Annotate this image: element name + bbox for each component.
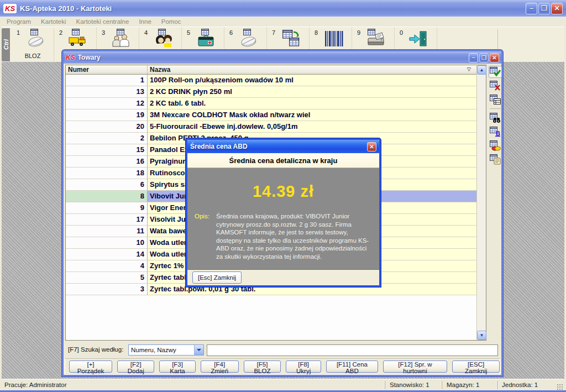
cell-nazwa: 5-Fluorouracil -Ebewe inj.dowlew. 0,05g/… [148, 121, 476, 133]
toolbar-button-1[interactable]: 1BLOZ [12, 27, 54, 62]
side-delete-icon[interactable] [489, 80, 502, 92]
side-notes-icon[interactable] [489, 153, 502, 165]
toolbar-button-label: BLOZ [12, 53, 54, 59]
cell-nazwa: 2 KC tabl. 6 tabl. [148, 98, 476, 109]
ks-logo-icon: KS [66, 54, 75, 61]
toolbar-button-number: 0 [400, 29, 403, 36]
faces-icon [153, 29, 175, 49]
printer-icon [365, 29, 387, 49]
menu-item-program[interactable]: Program [2, 18, 36, 25]
scroll-up-button[interactable]: ▲ [477, 65, 486, 75]
dialog-close-icon[interactable]: ✕ [367, 142, 376, 151]
cell-numer: 18 [66, 168, 148, 179]
table-row[interactable]: 193M Nexcare COLDHOT Mask okład n/twarz … [66, 109, 476, 121]
towary-close-button[interactable]: ✕ [490, 53, 499, 62]
side-icon-toolbar: B [489, 66, 502, 165]
status-user: Pracuje: Administrator [2, 381, 385, 388]
vertical-scrollbar[interactable]: ▲ ▼ [476, 65, 486, 340]
status-stanowisko: Stanowisko: 1 [385, 381, 442, 389]
truck-icon [67, 29, 90, 49]
function-button-porządek[interactable]: [+] Porządek [69, 360, 112, 373]
search-label: [F7] Szukaj według: [68, 346, 123, 353]
barcode-icon [323, 29, 345, 49]
srednia-cena-dialog: Średnia cena ABD ✕ Średnia cena detalicz… [186, 138, 381, 287]
description-block: Opis: Średnia cena krajowa, produkt: VIB… [195, 212, 374, 260]
app-titlebar[interactable]: KS KS-Apteka 2010 - Kartoteki – ❐ ✕ [0, 0, 566, 17]
resize-grip[interactable] [557, 384, 563, 390]
cell-numer: 12 [66, 98, 148, 109]
function-button-f4-zmień[interactable]: [F4] Zmień [201, 360, 239, 373]
dialog-title: Średnia cena ABD [190, 143, 367, 150]
table-row[interactable]: 205-Fluorouracil -Ebewe inj.dowlew. 0,05… [66, 121, 476, 133]
table-row[interactable]: 132 KC DRINK płyn 250 ml [66, 86, 476, 98]
function-button-f12-spr-w-hurtowni[interactable]: [F12] Spr. w hurtowni [383, 360, 448, 373]
towary-maximize-button[interactable]: ❐ [479, 53, 489, 62]
exit-door-icon [408, 29, 430, 49]
toolbar-button-number: 5 [187, 29, 190, 36]
side-bloz-b-icon[interactable]: B [489, 126, 502, 138]
function-button-row: [+] Porządek[F2] Dodaj[F3] Karta[F4] Zmi… [65, 358, 500, 375]
menu-item-pomoc[interactable]: Pomoc [156, 18, 186, 25]
svg-text:B: B [496, 130, 500, 137]
cell-nazwa: 2 KC DRINK płyn 250 ml [148, 86, 476, 98]
cell-numer: 14 [66, 249, 148, 260]
table-row[interactable]: 1100P Roll-on p/ukąszeniom owadów 10 ml [66, 75, 476, 86]
side-find-icon[interactable] [489, 112, 502, 124]
people-icon [110, 29, 132, 49]
table-row[interactable]: 122 KC tabl. 6 tabl. [66, 98, 476, 109]
toolbar-button-number: 6 [229, 29, 233, 36]
cell-numer: 20 [66, 121, 148, 133]
side-pills-icon[interactable] [489, 139, 502, 151]
dialog-zamknij-button[interactable]: [Esc] Zamknij [192, 271, 242, 284]
cell-nazwa: 100P Roll-on p/ukąszeniom owadów 10 ml [148, 75, 476, 86]
column-header-nazwa[interactable]: Nazwa [148, 65, 476, 74]
firstaid-icon [195, 29, 217, 49]
close-button[interactable]: ✕ [551, 3, 563, 14]
side-form-icon[interactable] [489, 93, 502, 106]
maximize-button[interactable]: ❐ [538, 3, 550, 14]
menu-item-kartoteki[interactable]: Kartoteki [36, 18, 71, 25]
status-magazyn: Magazyn: 1 [442, 381, 497, 389]
function-button-f8-ukryj[interactable]: [F8] Ukryj [286, 360, 321, 373]
function-button-f2-dodaj[interactable]: [F2] Dodaj [117, 360, 154, 373]
towary-minimize-button[interactable]: – [469, 53, 478, 62]
toolbar-button-number: 1 [17, 29, 20, 36]
chevron-down-icon[interactable] [194, 345, 203, 355]
menu-bar: ProgramKartotekiKartoteki centralneInneP… [2, 17, 564, 27]
cell-numer: 9 [66, 202, 148, 214]
menu-item-kartoteki-centralne[interactable]: Kartoteki centralne [71, 18, 134, 25]
scroll-down-button[interactable]: ▼ [477, 331, 486, 340]
towary-title: Towary [78, 54, 469, 61]
cell-numer: 1 [66, 75, 148, 86]
toolbar-button-number: 8 [315, 29, 318, 36]
menu-item-inne[interactable]: Inne [134, 18, 156, 25]
toolbar-button-number: 4 [144, 29, 148, 36]
cell-numer: 4 [66, 260, 148, 272]
towary-titlebar[interactable]: KS Towary – ❐ ✕ [64, 51, 501, 64]
application-window: KS KS-Apteka 2010 - Kartoteki – ❐ ✕ Prog… [0, 0, 566, 392]
function-button-f5-bloz[interactable]: [F5] BLOZ [244, 360, 281, 373]
opis-label: Opis: [195, 212, 209, 221]
cell-nazwa: 3M Nexcare COLDHOT Mask okład n/twarz wi… [148, 109, 476, 121]
toolbar-button-number: 7 [272, 29, 275, 36]
function-button-f3-karta[interactable]: [F3] Karta [159, 360, 195, 373]
function-button-esc-zamknij[interactable]: [ESC] Zamknij [452, 360, 500, 373]
cell-numer: 2 [66, 133, 148, 144]
side-confirm-icon[interactable] [489, 66, 502, 78]
ctrl-tab[interactable]: Ctrl [2, 28, 10, 61]
search-mode-combobox[interactable]: Numeru, Nazwy [128, 344, 204, 356]
cell-numer: 8 [66, 191, 148, 202]
dialog-titlebar[interactable]: Średnia cena ABD ✕ [187, 140, 379, 153]
function-button-f11-cena-abd[interactable]: [F11] Cena ABD [326, 360, 378, 373]
ks-logo-icon: KS [3, 4, 17, 13]
cell-numer: 16 [66, 156, 148, 168]
column-header-numer[interactable]: Numer [66, 65, 148, 74]
separator [490, 108, 501, 109]
search-input[interactable] [207, 344, 498, 356]
cell-numer: 5 [66, 272, 148, 284]
minimize-button[interactable]: – [526, 3, 537, 14]
dialog-body: 14.39 zł Opis: Średnia cena krajowa, pro… [187, 168, 379, 270]
cell-numer: 3 [66, 284, 148, 295]
average-price-value: 14.39 zł [187, 182, 379, 201]
toolbar-button-number: 9 [357, 29, 360, 36]
